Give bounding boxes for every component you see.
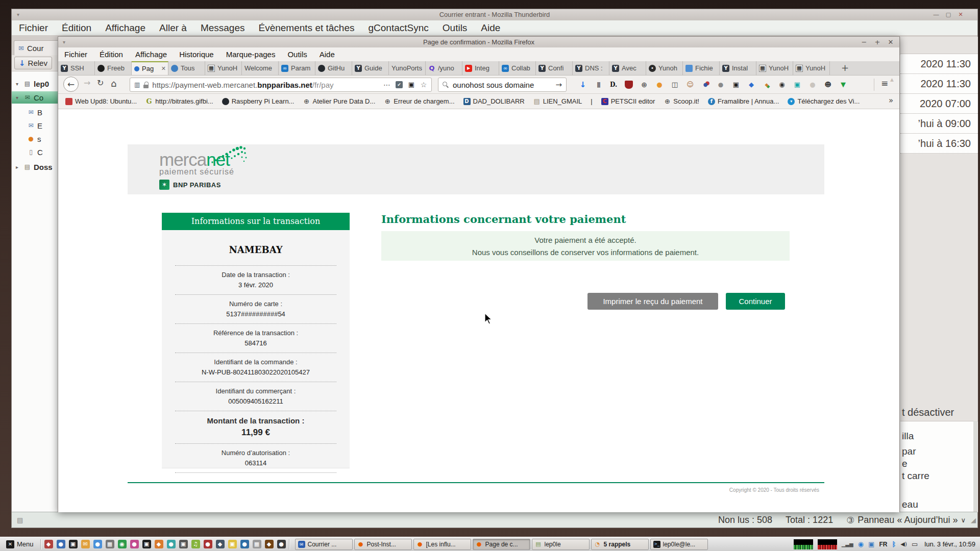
browser-tab[interactable]: Y Avec	[609, 61, 646, 75]
launcher-icon[interactable]: ▦	[106, 540, 114, 548]
menubar-item[interactable]: Édition	[100, 50, 123, 59]
today-event-time[interactable]: 2020 11:30	[900, 54, 978, 74]
browser-tab[interactable]: ▦ YunoH	[793, 61, 830, 75]
orange-green-addon-icon[interactable]: ◆	[763, 81, 771, 89]
bookmark-item[interactable]: ⊕ Atelier Pure Data D...	[303, 97, 375, 105]
taskbar-window-button[interactable]: >_ lep0le@le...	[650, 539, 708, 550]
launcher-icon[interactable]: ▣	[179, 540, 188, 548]
taskbar-window-button[interactable]: ● Page de c...	[473, 539, 530, 550]
twisty-closed-icon[interactable]: ▸	[16, 164, 21, 170]
cookie-disabled-icon[interactable]: ●	[808, 81, 817, 89]
menubar-item[interactable]: gContactSync	[368, 22, 428, 34]
browser-tab[interactable]: Y Confi	[536, 61, 573, 75]
menubar-item[interactable]: Fichier	[64, 50, 87, 59]
cpu-graph[interactable]	[794, 539, 813, 549]
launcher-icon[interactable]: ●	[167, 540, 176, 548]
bookmark-item[interactable]: ▤ LIEN_GMAIL	[533, 97, 582, 105]
multi-balls-icon[interactable]: ●	[701, 81, 709, 89]
resize-grip[interactable]: ◢	[971, 516, 976, 524]
browser-tab[interactable]: Tous	[168, 61, 205, 75]
shield-check-icon[interactable]: ✔	[396, 81, 403, 88]
library-icon[interactable]: |||	[594, 81, 602, 89]
maximize-button[interactable]: ▢	[945, 9, 952, 20]
continue-button[interactable]: Continuer	[726, 293, 785, 310]
bluetooth-icon[interactable]: ᛒ	[892, 539, 896, 549]
bookmark-item[interactable]: G http://bitrates.gifbi...	[145, 97, 213, 105]
green-download-icon[interactable]: ▼	[839, 81, 847, 89]
signal-bars-icon[interactable]: ▁▃▅	[842, 539, 853, 549]
browser-tab[interactable]: • Yunoh	[646, 61, 683, 75]
bookmark-item[interactable]: ⊕ Erreur de chargem...	[384, 97, 454, 105]
launcher-icon[interactable]: ◆	[44, 540, 53, 548]
menubar-item[interactable]: Historique	[179, 50, 214, 59]
browser-tab[interactable]: Y Guide	[352, 61, 389, 75]
browser-tab[interactable]: Fichie	[683, 61, 720, 75]
update-icon[interactable]: ◉	[858, 539, 864, 549]
firefox-titlebar[interactable]: ▾ Page de confirmation - Mozilla Firefox…	[58, 37, 899, 47]
scrollbar-track[interactable]	[973, 421, 977, 512]
menubar-item[interactable]: Outils	[287, 50, 307, 59]
titlebar-caret-icon[interactable]: ▾	[63, 37, 65, 47]
browser-tab[interactable]: Y SSH	[58, 61, 95, 75]
new-tab-button[interactable]: +	[841, 61, 849, 74]
launcher-icon[interactable]: ●	[240, 540, 249, 548]
home-button[interactable]: ⌂	[111, 78, 116, 89]
volume-icon[interactable]: ◀)	[900, 539, 907, 549]
bookmark-item[interactable]: f Framalibre | Annua...	[708, 97, 779, 105]
bookmark-star-icon[interactable]: ☆	[420, 81, 427, 88]
menubar-item[interactable]: Messages	[201, 22, 245, 34]
battery-icon[interactable]: ▭	[912, 539, 918, 549]
today-event-time[interactable]: ’hui à 09:00	[900, 114, 978, 134]
back-button[interactable]: ←	[63, 77, 79, 92]
taskbar-window-button[interactable]: ✉ Courrier ...	[295, 539, 353, 550]
menubar-item[interactable]: Aide	[481, 22, 500, 34]
launcher-icon[interactable]: ●	[130, 540, 139, 548]
downthemall-icon[interactable]: D.	[609, 81, 618, 89]
maximize-button[interactable]: +	[874, 37, 881, 47]
bookmark-item[interactable]: Raspberry Pi Learn...	[222, 97, 295, 105]
url-text[interactable]: https://payment-web.mercanet.bnpparibas.…	[152, 81, 380, 89]
fox-addon-icon[interactable]: ●	[655, 81, 664, 89]
menu-button[interactable]: ✕ Menu	[3, 539, 37, 550]
browser-tab[interactable]: YunoPorts	[389, 61, 426, 75]
ublock-shield-icon[interactable]	[625, 81, 633, 89]
browser-tab[interactable]: Freeb	[95, 61, 132, 75]
browser-tab[interactable]: Q /yuno	[426, 61, 462, 75]
bookmark-item[interactable]: ▾ Téléchargez des Vi...	[788, 97, 860, 105]
taskbar-window-button[interactable]: ▤ lep0le	[532, 539, 590, 550]
browser-tab[interactable]: Y DNS :	[573, 61, 609, 75]
search-go-icon[interactable]: →	[555, 80, 562, 89]
menu-hamburger-icon[interactable]: ≡	[881, 78, 888, 88]
twisty-open-icon[interactable]: ▾	[16, 81, 21, 87]
twisty-open-icon[interactable]: ▾	[16, 95, 21, 101]
today-panel-toggle[interactable]: Panneau « Aujourd’hui »	[857, 515, 958, 525]
clock[interactable]: lun. 3 févr., 10:59	[924, 540, 975, 548]
menubar-item[interactable]: Affichage	[105, 22, 145, 34]
browser-tab[interactable]: GitHu	[315, 61, 352, 75]
bookmarks-overflow-chevron[interactable]: »	[889, 96, 893, 105]
greasemonkey-icon[interactable]: ☺	[686, 81, 694, 89]
tab-close-icon[interactable]: ✕	[161, 65, 166, 72]
launcher-icon[interactable]: ●	[57, 540, 65, 548]
webcam-icon[interactable]: ◉	[778, 81, 786, 89]
diamond-addon-icon[interactable]: ◆	[747, 81, 755, 89]
today-event-time[interactable]: ’hui à 16:30	[900, 134, 978, 154]
launcher-icon[interactable]: ◆	[265, 540, 274, 548]
taskbar-window-button[interactable]: ◔ 5 rappels	[591, 539, 649, 550]
tracking-shield-icon[interactable]: ▥	[134, 81, 140, 88]
browser-tab[interactable]: Y Instal	[720, 61, 756, 75]
browser-tab[interactable]: ∞ Param	[279, 61, 315, 75]
minimize-button[interactable]: −	[861, 37, 868, 47]
bookmark-item[interactable]: C PETSCII editor	[601, 97, 655, 105]
menubar-item[interactable]: Édition	[62, 22, 91, 34]
menubar-item[interactable]: Affichage	[135, 50, 167, 59]
print-receipt-button[interactable]: Imprimer le reçu du paiement	[587, 293, 718, 310]
browser-tab[interactable]: ∞ Collab	[499, 61, 536, 75]
get-mail-button[interactable]: ↓ Relev	[14, 57, 52, 69]
launcher-icon[interactable]: ◉	[118, 540, 127, 548]
launcher-icon[interactable]: ▣	[69, 540, 78, 548]
close-button[interactable]: ✕	[957, 9, 964, 20]
bookmark-item[interactable]: Web Upd8: Ubuntu...	[65, 97, 137, 105]
crosshair-icon[interactable]: ⊕	[640, 81, 648, 89]
launcher-icon[interactable]: ◆	[155, 540, 163, 548]
